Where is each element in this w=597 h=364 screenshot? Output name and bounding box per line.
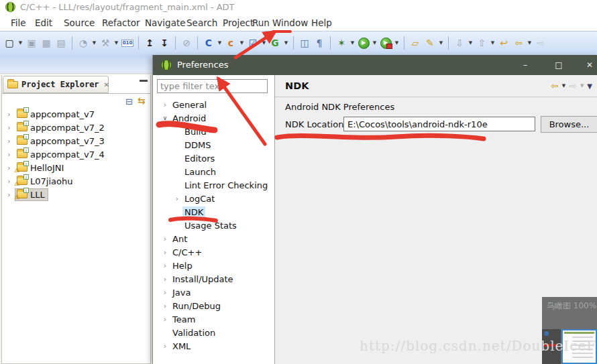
dropdown-caret-icon[interactable]: ▼ <box>217 36 223 50</box>
tab-project-explorer[interactable]: Project Explorer ✕ <box>3 76 109 93</box>
dropdown-caret-icon[interactable]: ▼ <box>239 36 245 50</box>
dropdown-caret-icon[interactable]: ▼ <box>283 36 289 50</box>
collapse-all-icon[interactable]: ⊟ <box>125 97 133 107</box>
chevron-right-icon[interactable]: › <box>5 190 13 199</box>
menu-navigate[interactable]: Navigate <box>145 15 186 31</box>
chevron-right-icon[interactable]: › <box>160 288 170 297</box>
save-all-icon[interactable]: ▦ <box>40 36 53 50</box>
chevron-right-icon[interactable]: › <box>160 315 170 324</box>
save-icon[interactable]: ▣ <box>25 36 38 50</box>
project-row[interactable]: › J appcompat_v7_4 <box>5 147 149 161</box>
menu-run[interactable]: Run <box>252 15 270 31</box>
chevron-right-icon[interactable]: › <box>160 248 170 257</box>
minimize-button[interactable]: – <box>515 55 535 75</box>
chevron-right-icon[interactable]: › <box>5 177 13 186</box>
dropdown-caret-icon[interactable]: ▼ <box>490 36 496 50</box>
dropdown-caret-icon[interactable]: ▼ <box>438 36 444 50</box>
chevron-down-icon[interactable]: ∨ <box>160 115 170 121</box>
dropdown-caret-icon[interactable]: ▼ <box>527 36 533 50</box>
back-icon[interactable]: ⇦ <box>551 80 559 91</box>
dropdown-caret-icon[interactable]: ▼ <box>394 36 400 50</box>
chevron-right-icon[interactable]: › <box>160 275 170 284</box>
binary-file-icon[interactable]: 010 <box>121 40 134 47</box>
dropdown-caret-icon[interactable]: ▼ <box>261 36 267 50</box>
menu-file[interactable]: File <box>11 15 26 31</box>
chevron-right-icon[interactable]: › <box>5 137 13 145</box>
dropdown-caret-icon[interactable]: ▼ <box>468 36 474 50</box>
menu-project[interactable]: Project <box>223 15 254 31</box>
tree-item-build[interactable]: Build <box>154 125 270 138</box>
chevron-right-icon[interactable]: › <box>160 235 170 243</box>
print-icon[interactable]: ▤ <box>54 36 68 50</box>
new-project-icon[interactable]: ☑ <box>246 36 260 50</box>
tree-item-xml[interactable]: ›XML <box>154 339 270 353</box>
close-button[interactable]: ✕ <box>580 55 597 75</box>
chevron-right-icon[interactable]: › <box>5 123 13 132</box>
forward-icon[interactable]: ⇨ <box>534 36 547 50</box>
debug-bug-icon[interactable]: ✶ <box>335 36 348 50</box>
pilcrow-icon[interactable]: ¶ <box>313 36 326 50</box>
tree-item-ndk-selected[interactable]: NDK <box>154 205 270 219</box>
chevron-right-icon[interactable]: › <box>5 150 13 159</box>
dropdown-caret-icon[interactable]: ▼ <box>372 36 378 50</box>
menu-help[interactable]: Help <box>311 15 332 31</box>
tree-item-c-cpp[interactable]: ›C/C++ <box>154 245 270 259</box>
g-plus-icon[interactable]: G <box>268 36 282 50</box>
tree-item-general[interactable]: ›General <box>154 98 270 111</box>
menu-edit[interactable]: Edit <box>35 15 52 31</box>
run-icon[interactable]: ▶ <box>358 38 370 49</box>
project-row-selected[interactable]: › J⚠ LLL <box>5 188 149 201</box>
last-edit-location-icon[interactable]: ↩ <box>497 36 510 50</box>
chevron-right-icon[interactable]: › <box>172 194 182 203</box>
menu-search[interactable]: Search <box>186 15 217 31</box>
chevron-right-icon[interactable]: › <box>160 261 170 270</box>
chevron-right-icon[interactable]: › <box>5 164 13 172</box>
open-folder-icon[interactable]: ▱ <box>409 36 422 50</box>
tree-item-launch[interactable]: Launch <box>154 165 270 178</box>
tree-item-ddms[interactable]: DDMS <box>154 138 270 151</box>
tree-item-run-debug[interactable]: ›Run/Debug <box>154 299 270 312</box>
project-row[interactable]: › J appcompat_v7_2 <box>5 121 149 134</box>
tree-item-validation[interactable]: Validation <box>154 326 270 339</box>
tree-item-android[interactable]: ∨Android <box>154 111 270 125</box>
new-wizard-icon[interactable]: ▢ <box>3 36 16 50</box>
brush-icon[interactable]: ✎ <box>423 36 437 50</box>
prev-annotation-icon[interactable]: ⇧ <box>475 36 488 50</box>
tree-item-editors[interactable]: Editors <box>154 151 270 165</box>
menu-source[interactable]: Source <box>64 15 95 31</box>
forward-icon[interactable]: ⇨ <box>569 80 577 91</box>
browse-button[interactable]: Browse... <box>541 116 597 133</box>
next-annotation-icon[interactable]: ⇩ <box>453 36 466 50</box>
tree-item-logcat[interactable]: ›LogCat <box>154 192 270 205</box>
ndk-location-input[interactable] <box>343 117 535 131</box>
tree-item-lint-error-checking[interactable]: Lint Error Checking <box>154 178 270 192</box>
tree-item-install-update[interactable]: ›Install/Update <box>154 272 270 286</box>
close-icon[interactable]: ✕ <box>104 81 109 88</box>
skip-breakpoints-icon[interactable]: ⊘ <box>180 36 193 50</box>
back-icon[interactable]: ⇦ <box>512 36 525 50</box>
project-row[interactable]: › J⚠ L07jiaohu <box>5 174 149 188</box>
chevron-right-icon[interactable]: › <box>160 302 170 310</box>
view-menu-icon[interactable]: ▼ <box>587 82 592 90</box>
chevron-right-icon[interactable]: › <box>160 101 170 109</box>
clock-icon[interactable]: ◔ <box>76 36 90 50</box>
tree-item-usage-stats[interactable]: Usage Stats <box>154 219 270 232</box>
birdview-page-thumbnail[interactable] <box>561 329 597 364</box>
project-row[interactable]: › J appcompat_v7 <box>5 107 149 121</box>
tree-item-ant[interactable]: ›Ant <box>154 232 270 245</box>
dropdown-caret-icon[interactable]: ▼ <box>349 36 356 50</box>
dropdown-caret-icon[interactable]: ▼ <box>562 83 565 88</box>
tree-item-help[interactable]: ›Help <box>154 259 270 272</box>
maximize-button[interactable]: □ <box>549 55 569 75</box>
editor-window-icon[interactable]: ◫ <box>298 36 311 50</box>
export-icon[interactable]: ↧ <box>158 36 171 50</box>
new-c-class-icon[interactable]: C <box>202 36 215 50</box>
import-icon[interactable]: ↥ <box>143 36 156 50</box>
chevron-right-icon[interactable]: › <box>5 110 13 119</box>
build-hammer-icon[interactable]: ⚒ <box>99 36 112 50</box>
tree-item-team[interactable]: ›Team <box>154 312 270 326</box>
menu-window[interactable]: Window <box>272 15 308 31</box>
dropdown-caret-icon[interactable]: ▼ <box>17 36 23 50</box>
menu-refactor[interactable]: Refactor <box>102 15 140 31</box>
project-row[interactable]: › J⚠ HelloJNI <box>5 161 149 174</box>
